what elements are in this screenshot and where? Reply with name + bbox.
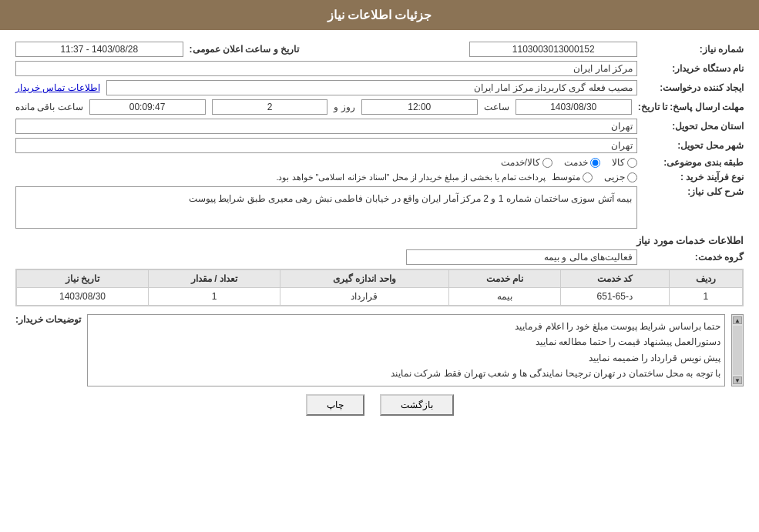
col-quantity: تعداد / مقدار	[149, 270, 280, 288]
city-row: شهر محل تحویل: تهران	[15, 138, 744, 153]
purchase-radio-medium[interactable]	[583, 172, 593, 182]
description-row: شرح کلی نیاز: بیمه آتش سوزی ساختمان شمار…	[15, 186, 744, 229]
deadline-date: 1403/08/30	[516, 99, 632, 115]
category-both-label: کالا/خدمت	[501, 157, 540, 168]
category-radio-group: کالا خدمت کالا/خدمت	[501, 157, 637, 168]
note-line-4: با توجه به محل ساختمان در تهران ترجیحا ن…	[92, 366, 720, 381]
buyer-notes-label: توضیحات خریدار:	[15, 314, 81, 386]
scroll-down[interactable]: ▼	[733, 376, 742, 384]
table-row: 1 د-65-651 بیمه قرارداد 1 1403/08/30	[17, 288, 743, 306]
cell-unit: قرارداد	[280, 288, 448, 306]
table-header-row: ردیف کد خدمت نام خدمت واحد اندازه گیری ت…	[17, 270, 743, 288]
purchase-medium-label: متوسط	[552, 172, 580, 182]
need-number-value: 1103003013000152	[469, 42, 637, 57]
services-section-title: اطلاعات خدمات مورد نیاز	[15, 235, 744, 246]
col-service-code: کد خدمت	[560, 270, 669, 288]
category-row: طبقه بندی موضوعی: کالا خدمت کالا/خدمت	[15, 157, 744, 168]
cell-row-number: 1	[669, 288, 742, 306]
category-label: طبقه بندی موضوعی:	[643, 157, 744, 168]
buyer-name-label: نام دستگاه خریدار:	[643, 63, 744, 74]
services-table-container: ردیف کد خدمت نام خدمت واحد اندازه گیری ت…	[15, 269, 744, 306]
creator-row: ایجاد کننده درخواست: مصیب فعله گری کاربر…	[15, 80, 744, 95]
note-line-3: پیش نویس قرارداد را ضمیمه نمایید	[92, 350, 720, 366]
category-radio-both[interactable]	[542, 158, 552, 168]
note-line-2: دستورالعمل پیشنهاد قیمت را حتما مطالعه ن…	[92, 334, 720, 350]
deadline-day-value: 2	[212, 99, 328, 115]
deadline-remaining-label: ساعت باقی مانده	[15, 102, 83, 112]
deadline-row: مهلت ارسال پاسخ: تا تاریخ: 1403/08/30 سا…	[15, 99, 744, 115]
deadline-remaining-value: 00:09:47	[89, 99, 206, 115]
scroll-up[interactable]: ▲	[733, 316, 742, 324]
cell-need-date: 1403/08/30	[17, 288, 149, 306]
buyer-name-value: مرکز امار ایران	[15, 61, 637, 76]
col-service-name: نام خدمت	[448, 270, 560, 288]
note-line-1: حتما براساس شرایط پیوست مبلغ خود را اعلا…	[92, 319, 720, 334]
services-table: ردیف کد خدمت نام خدمت واحد اندازه گیری ت…	[16, 269, 743, 306]
city-value: تهران	[15, 138, 637, 153]
category-radio-service[interactable]	[590, 158, 600, 168]
buyer-notes-section: ▲ ▼ حتما براساس شرایط پیوست مبلغ خود را …	[15, 314, 744, 386]
purchase-option-partial: جزیی	[604, 172, 637, 182]
page-header: جزئیات اطلاعات نیاز	[0, 0, 759, 30]
purchase-type-row: نوع فرآیند خرید : جزیی متوسط پرداخت تمام…	[15, 172, 744, 182]
buttons-row: بازگشت چاپ	[15, 394, 744, 416]
print-button[interactable]: چاپ	[306, 394, 364, 416]
service-group-row: گروه خدمت: فعالیت‌های مالی و بیمه	[15, 249, 744, 265]
purchase-radio-partial[interactable]	[627, 172, 637, 182]
category-goods-label: کالا	[612, 157, 625, 168]
purchase-note: پرداخت تمام یا بخشی از مبلغ خریدار از مح…	[276, 172, 546, 182]
cell-service-code: د-65-651	[560, 288, 669, 306]
province-value: تهران	[15, 119, 637, 134]
deadline-label: مهلت ارسال پاسخ: تا تاریخ:	[638, 102, 744, 112]
page-container: جزئیات اطلاعات نیاز شماره نیاز: 11030030…	[0, 0, 759, 532]
service-group-label: گروه خدمت:	[643, 252, 744, 263]
description-label: شرح کلی نیاز:	[643, 186, 744, 197]
need-number-label: شماره نیاز:	[643, 44, 744, 55]
scrollbar: ▲ ▼	[731, 314, 744, 386]
service-group-value: فعالیت‌های مالی و بیمه	[406, 249, 637, 265]
purchase-type-label: نوع فرآیند خرید :	[643, 172, 744, 182]
creator-label: ایجاد کننده درخواست:	[643, 82, 744, 93]
category-option-goods: کالا	[612, 157, 637, 168]
description-value: بیمه آتش سوزی ساختمان شماره 1 و 2 مرکز آ…	[15, 186, 637, 229]
buyer-notes-content: حتما براساس شرایط پیوست مبلغ خود را اعلا…	[87, 314, 725, 386]
col-row-number: ردیف	[669, 270, 742, 288]
announce-value: 1403/08/28 - 11:37	[15, 42, 183, 57]
cell-quantity: 1	[149, 288, 280, 306]
deadline-day-label: روز و	[334, 102, 354, 112]
category-radio-goods[interactable]	[627, 158, 637, 168]
col-unit: واحد اندازه گیری	[280, 270, 448, 288]
deadline-time-value: 12:00	[361, 99, 478, 115]
province-label: استان محل تحویل:	[643, 121, 744, 132]
purchase-partial-label: جزیی	[604, 172, 625, 182]
buyer-name-row: نام دستگاه خریدار: مرکز امار ایران	[15, 61, 744, 76]
cell-service-name: بیمه	[448, 288, 560, 306]
purchase-option-medium: متوسط	[552, 172, 593, 182]
category-service-label: خدمت	[564, 157, 588, 168]
category-option-service: خدمت	[564, 157, 600, 168]
need-number-row: شماره نیاز: 1103003013000152 تاریخ و ساع…	[15, 42, 744, 57]
page-title: جزئیات اطلاعات نیاز	[327, 8, 432, 22]
main-content: شماره نیاز: 1103003013000152 تاریخ و ساع…	[0, 30, 759, 427]
creator-value: مصیب فعله گری کاربرداز مرکز امار ایران	[106, 80, 637, 95]
city-label: شهر محل تحویل:	[643, 140, 744, 151]
province-row: استان محل تحویل: تهران	[15, 119, 744, 134]
deadline-time-label: ساعت	[484, 102, 509, 112]
contact-info-link[interactable]: اطلاعات تماس خریدار	[15, 82, 100, 93]
col-need-date: تاریخ نیاز	[17, 270, 149, 288]
category-option-both: کالا/خدمت	[501, 157, 552, 168]
announce-label: تاریخ و ساعت اعلان عمومی:	[190, 44, 299, 55]
purchase-type-radio-group: جزیی متوسط	[552, 172, 637, 182]
back-button[interactable]: بازگشت	[380, 394, 454, 416]
